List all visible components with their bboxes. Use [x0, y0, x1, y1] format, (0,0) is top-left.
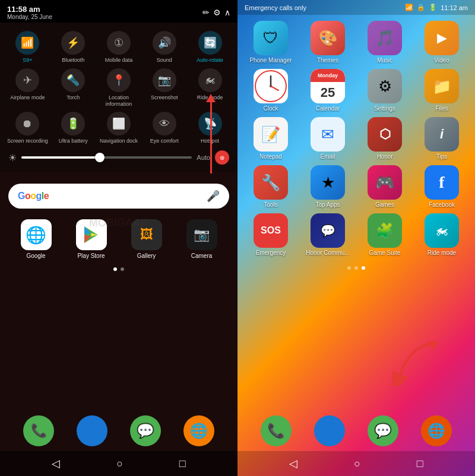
list-item[interactable]: ⬡ Honor — [359, 117, 411, 160]
music-label: Music — [377, 57, 392, 64]
qs-screenshot-label: Screenshot — [151, 94, 178, 101]
qs-nav-dock[interactable]: ⬜ Navigation dock — [98, 112, 140, 144]
list-item[interactable]: 📷 Camera — [181, 219, 223, 259]
list-item[interactable]: ★ Top Apps — [302, 165, 354, 209]
clock-icon — [254, 69, 288, 103]
list-item[interactable]: 🧩 Game Suite — [359, 213, 411, 257]
email-icon: ✉ — [311, 117, 345, 152]
clock-label: Clock — [263, 105, 278, 112]
list-item[interactable]: 🔧 Tools — [245, 165, 297, 209]
home-button[interactable]: ○ — [116, 458, 123, 470]
list-item[interactable]: Clock — [245, 69, 297, 112]
qs-mobile-data[interactable]: ① Mobile data — [98, 31, 140, 64]
settings-icon: ⚙ — [368, 69, 402, 103]
games-icon: 🎮 — [368, 165, 402, 200]
top-apps-label: Top Apps — [315, 201, 340, 209]
dock-browser-right[interactable]: 🌐 — [421, 415, 452, 446]
list-item[interactable]: 📁 Files — [416, 69, 468, 112]
list-item[interactable]: 💬 Honor Commu... — [302, 213, 354, 257]
qs-bluetooth[interactable]: ⚡ Bluetooth — [52, 31, 94, 64]
dock-contacts-right[interactable]: 👤 — [314, 415, 345, 446]
google-search-bar[interactable]: Google 🎤 — [8, 184, 229, 209]
brightness-slider[interactable] — [21, 156, 192, 159]
screenshot-icon: 📷 — [153, 68, 176, 92]
tips-label: Tips — [436, 153, 448, 160]
dock-phone-right[interactable]: 📞 — [261, 415, 292, 446]
list-item[interactable]: ✉ Email — [302, 117, 354, 160]
qs-torch-label: Torch — [66, 94, 80, 101]
list-item[interactable]: f Facebook — [416, 165, 468, 209]
recents-button-right[interactable]: □ — [417, 458, 423, 470]
qs-battery-label: Ultra battery — [59, 138, 88, 144]
list-item[interactable]: ▶ Video — [416, 21, 468, 64]
contacts-dock-right-icon: 👤 — [314, 415, 345, 446]
list-item[interactable]: 🌐 Google — [15, 219, 57, 259]
ride-mode-app-icon: 🏍 — [425, 213, 459, 248]
ride-mode-label: Ride mode — [428, 250, 456, 257]
calendar-label: Calendar — [316, 105, 340, 112]
list-item[interactable]: 🎮 Games — [359, 165, 411, 209]
sos-icon: SOS — [254, 213, 288, 248]
facebook-label: Facebook — [429, 201, 455, 209]
qs-autorotate[interactable]: 🔄 Auto-rotate — [189, 31, 231, 64]
dock-contacts[interactable]: 👤 — [71, 415, 113, 446]
qs-screenshot[interactable]: 📷 Screenshot — [144, 68, 185, 108]
dock-browser[interactable]: 🌐 — [178, 415, 220, 446]
honor-icon: ⬡ — [368, 117, 402, 152]
contacts-dock-icon: 👤 — [77, 415, 107, 446]
right-nav-bar: ◁ ○ □ — [238, 451, 475, 476]
list-item[interactable]: i Tips — [416, 117, 468, 160]
messages-dock-icon: 💬 — [130, 415, 161, 446]
qs-screen-recording[interactable]: ⏺ Screen recording — [7, 112, 48, 144]
right-page-dots — [238, 263, 475, 273]
back-button[interactable]: ◁ — [52, 457, 60, 470]
location-icon: 📍 — [107, 68, 131, 92]
left-status-bar: 11:58 am Monday, 25 June ✏ ⚙ ∧ — [0, 0, 238, 23]
list-item[interactable]: 🏍 Ride mode — [416, 213, 468, 257]
facebook-icon: f — [425, 165, 459, 200]
qs-eye-comfort[interactable]: 👁 Eye comfort — [144, 112, 185, 144]
left-time: 11:58 am — [7, 5, 52, 14]
list-item[interactable]: Monday 25 Calendar — [302, 69, 354, 112]
back-button-right[interactable]: ◁ — [289, 457, 297, 470]
qs-sound[interactable]: 🔊 Sound — [144, 31, 185, 64]
themes-label: Themes — [317, 57, 338, 64]
qs-airplane[interactable]: ✈ Airplane mode — [7, 68, 48, 108]
notepad-label: Notepad — [259, 153, 282, 160]
settings-label: Settings — [374, 105, 395, 112]
dock-phone[interactable]: 📞 — [18, 415, 59, 446]
list-item[interactable]: 🎨 Themes — [302, 21, 354, 64]
google-app-label: Google — [26, 253, 45, 259]
microphone-icon[interactable]: 🎤 — [207, 190, 220, 203]
honor-community-icon: 💬 — [311, 213, 345, 248]
list-item[interactable]: 📝 Notepad — [245, 117, 297, 160]
dot-right-1 — [347, 266, 351, 270]
qs-location[interactable]: 📍 Location information — [98, 68, 140, 108]
qs-ultra-battery[interactable]: 🔋 Ultra battery — [52, 112, 94, 144]
recents-button[interactable]: □ — [179, 458, 186, 470]
camera-icon: 📷 — [186, 219, 217, 250]
tools-icon: 🔧 — [254, 165, 288, 200]
play-store-label: Play Store — [77, 253, 104, 259]
email-label: Email — [320, 153, 335, 160]
mobile-data-icon: ① — [107, 31, 131, 55]
notepad-icon: 📝 — [254, 117, 288, 152]
files-icon: 📁 — [425, 69, 459, 103]
dock-messages[interactable]: 💬 — [125, 415, 166, 446]
left-phone: 11:58 am Monday, 25 June ✏ ⚙ ∧ 📶 S9+ ⚡ B… — [0, 0, 238, 476]
list-item[interactable]: 🛡 Phone Manager — [245, 21, 297, 64]
honor-community-label: Honor Commu... — [306, 250, 349, 257]
home-button-right[interactable]: ○ — [354, 458, 360, 470]
collapse-icon: ∧ — [224, 8, 230, 17]
browser-dock-icon: 🌐 — [183, 415, 214, 446]
dock-messages-right[interactable]: 💬 — [368, 415, 398, 446]
right-status-bar: Emergency calls only 📶 🔒 🔋 11:12 am — [238, 0, 475, 15]
right-status-icons: 📶 🔒 🔋 11:12 am — [405, 4, 468, 11]
sos-label: Emergency — [256, 250, 286, 257]
red-arrow-right — [388, 338, 442, 388]
list-item[interactable]: ⚙ Settings — [359, 69, 411, 112]
qs-torch[interactable]: 🔦 Torch — [52, 68, 94, 108]
list-item[interactable]: SOS Emergency — [245, 213, 297, 257]
qs-wifi[interactable]: 📶 S9+ — [7, 31, 48, 64]
list-item[interactable]: 🎵 Music — [359, 21, 411, 64]
